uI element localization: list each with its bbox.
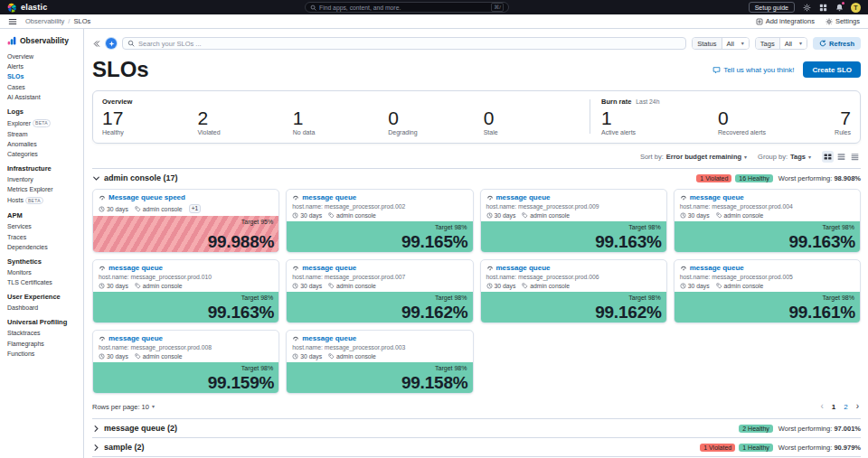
stat-value: 0 xyxy=(484,108,579,128)
prev-page-button[interactable]: ‹ xyxy=(820,402,823,411)
sidebar-item-functions[interactable]: Functions xyxy=(7,349,80,359)
create-slo-button[interactable]: Create SLO xyxy=(803,61,861,78)
apps-grid-icon[interactable] xyxy=(818,3,827,12)
slo-card[interactable]: message queue host.name: message_process… xyxy=(92,330,279,394)
breadcrumb-observability[interactable]: Observability xyxy=(25,17,64,25)
slo-card[interactable]: message queue host.name: message_process… xyxy=(674,189,861,253)
tag-icon xyxy=(716,283,722,289)
group-header-admin-console[interactable]: admin console (17) 1 Violated16 Healthy … xyxy=(92,168,861,186)
sidebar-item-inventory[interactable]: Inventory xyxy=(7,174,80,184)
slo-card[interactable]: message queue host.name: message_process… xyxy=(286,259,473,323)
slo-search-field[interactable] xyxy=(122,37,686,50)
slo-card-tags: 30 days admin console xyxy=(292,212,467,219)
slo-card[interactable]: message queue host.name: message_process… xyxy=(286,330,473,394)
sli-block: Target 98% 99.161% xyxy=(675,292,860,322)
stat-value: 7 xyxy=(835,108,851,128)
slo-search-input[interactable] xyxy=(138,40,681,48)
sidebar-item-overview[interactable]: Overview xyxy=(7,51,80,61)
add-integrations-label: Add integrations xyxy=(766,17,815,25)
sli-block: Target 98% 99.163% xyxy=(93,292,278,322)
sidebar-item-tls-certificates[interactable]: TLS Certificates xyxy=(7,277,80,287)
rows-per-page-dropdown[interactable]: Rows per page: 10 ▾ xyxy=(92,403,155,411)
sidebar-item-categories[interactable]: Categories xyxy=(7,149,80,159)
refresh-button[interactable]: Refresh xyxy=(813,37,861,50)
caret-down-icon: ▾ xyxy=(799,41,802,46)
elastic-logo[interactable]: elastic xyxy=(7,3,47,13)
sidebar-item-dashboard[interactable]: Dashboard xyxy=(7,303,80,313)
sort-by-dropdown[interactable]: Sort by: Error budget remaining ▾ xyxy=(640,153,747,161)
status-badge: 2 Healthy xyxy=(739,425,773,433)
stat-label: Degrading xyxy=(388,129,483,136)
sidebar-item-anomalies[interactable]: Anomalies xyxy=(7,139,80,149)
sli-value: 99.163% xyxy=(595,232,662,252)
slo-card-host: host.name: message_processor.prod.002 xyxy=(292,203,467,210)
collapsed-group-sample-2[interactable]: sample (2) 1 Violated1 Healthy Worst per… xyxy=(92,437,861,457)
slo-card[interactable]: message queue host.name: message_process… xyxy=(480,259,667,323)
sidebar-item-label: Inventory xyxy=(7,176,33,182)
menu-icon[interactable] xyxy=(8,17,17,26)
slo-card-tags: 30 days admin console xyxy=(99,283,273,289)
worst-performing: Worst performing: 90.979% xyxy=(778,444,861,452)
compact-view-button[interactable] xyxy=(849,151,861,163)
speech-bubble-icon xyxy=(712,66,721,74)
solution-header[interactable]: Observability xyxy=(7,36,80,45)
sidebar-item-alerts[interactable]: Alerts xyxy=(7,61,80,71)
header-actions: Setup guide T xyxy=(749,2,861,13)
slo-card[interactable]: message queue host.name: message_process… xyxy=(286,189,473,253)
slo-card[interactable]: message queue host.name: message_process… xyxy=(92,259,279,323)
slo-card[interactable]: message queue host.name: message_process… xyxy=(480,189,667,253)
card-view-button[interactable] xyxy=(822,151,834,163)
add-integrations-link[interactable]: Add integrations xyxy=(756,17,815,25)
slo-gauge-icon xyxy=(99,265,106,272)
tag-icon xyxy=(328,353,335,360)
sidebar-item-stacktraces[interactable]: Stacktraces xyxy=(7,328,80,338)
collapsed-group-message-queue-2[interactable]: message queue (2) 2 Healthy Worst perfor… xyxy=(92,418,861,437)
sidebar-item-flamegraphs[interactable]: Flamegraphs xyxy=(7,339,80,349)
nav-group-list: Overview Alerts SLOs Cases AI Assistant xyxy=(7,51,80,102)
sidebar-item-hosts[interactable]: Hosts BETA xyxy=(7,195,80,207)
user-avatar[interactable]: T xyxy=(851,3,861,13)
pagination: Rows per page: 10 ▾ ‹ 12 › xyxy=(92,400,861,413)
setup-guide-button[interactable]: Setup guide xyxy=(749,2,795,13)
next-page-button[interactable]: › xyxy=(856,402,859,411)
overview-section: Overview 17 Healthy 2 Violated 1 No data… xyxy=(102,98,579,136)
slo-card[interactable]: message queue host.name: message_process… xyxy=(674,259,861,323)
tag-icon xyxy=(135,283,141,289)
ai-assistant-button[interactable] xyxy=(106,38,117,49)
sidebar-item-traces[interactable]: Traces xyxy=(7,231,80,241)
group-by-dropdown[interactable]: Group by: Tags ▾ xyxy=(758,153,811,161)
sli-block: Target 98% 99.162% xyxy=(481,292,666,322)
tag-icon xyxy=(135,353,141,360)
slo-card-host: host.name: message_processor.prod.009 xyxy=(486,203,661,210)
sidebar-item-explorer[interactable]: Explorer BETA xyxy=(7,117,80,129)
sidebar-item-metrics-explorer[interactable]: Metrics Explorer xyxy=(7,184,80,194)
sidebar-item-monitors[interactable]: Monitors xyxy=(7,267,80,277)
notifications-bell-icon[interactable] xyxy=(835,3,844,12)
tags-filter[interactable]: Tags All ▾ xyxy=(755,37,807,50)
collapse-nav-icon[interactable] xyxy=(92,40,100,48)
settings-link[interactable]: Settings xyxy=(826,17,860,25)
worst-value: 97.001% xyxy=(834,425,861,433)
sli-block: Target 98% 99.159% xyxy=(93,362,278,393)
group-tag: admin console xyxy=(135,206,183,212)
feedback-button[interactable]: Tell us what you think! xyxy=(712,66,794,74)
sidebar-item-ai-assistant[interactable]: AI Assistant xyxy=(7,92,80,102)
plus-badge[interactable]: +1 xyxy=(189,204,201,213)
list-view-button[interactable] xyxy=(835,151,847,163)
group-meta: 2 Healthy Worst performing: 97.001% xyxy=(739,425,861,433)
page-number[interactable]: 1 xyxy=(832,403,835,411)
sidebar-item-cases[interactable]: Cases xyxy=(7,82,80,92)
nav-group-header: Synthetics xyxy=(7,257,80,266)
sidebar-item-dependencies[interactable]: Dependencies xyxy=(7,242,80,252)
status-filter[interactable]: Status All ▾ xyxy=(692,37,750,50)
sidebar-item-stream[interactable]: Stream xyxy=(7,129,80,139)
page-number[interactable]: 2 xyxy=(844,403,847,411)
slo-gauge-icon xyxy=(292,265,299,272)
slo-card[interactable]: Message queue speed 30 days admin co xyxy=(92,189,279,253)
global-search-input[interactable]: Find apps, content, and more. ⌘/ xyxy=(305,2,509,13)
gear-icon[interactable] xyxy=(802,3,811,12)
sidebar-item-services[interactable]: Services xyxy=(7,221,80,231)
sidebar-item-slos[interactable]: SLOs xyxy=(7,71,80,81)
refresh-label: Refresh xyxy=(829,40,854,48)
group-tag: admin console xyxy=(716,283,764,289)
